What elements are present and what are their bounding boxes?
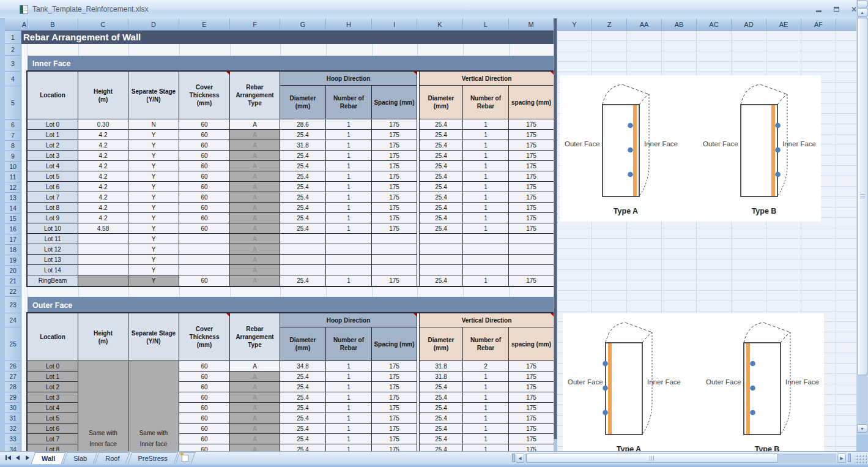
cell-height[interactable]: 4.2 xyxy=(78,203,128,213)
cell-hoop-value[interactable]: 1 xyxy=(326,213,372,223)
cell-vertical-value[interactable]: 175 xyxy=(509,140,554,151)
cell-vertical-value[interactable] xyxy=(509,234,554,244)
cell-vertical-value[interactable]: 1 xyxy=(463,382,509,392)
cell-rebar-type[interactable]: A xyxy=(230,119,280,130)
vertical-sub-header[interactable]: Diameter (mm) xyxy=(420,327,463,361)
row-header-29[interactable]: 29 xyxy=(5,392,21,403)
row-header-13[interactable]: 13 xyxy=(5,193,21,203)
cell-hoop-value[interactable]: 175 xyxy=(372,444,417,451)
cell-hoop-value[interactable]: 25.4 xyxy=(280,434,326,444)
row-header-5[interactable]: 5 xyxy=(5,86,21,120)
vertical-scroll-track[interactable] xyxy=(857,17,867,424)
column-header-AD[interactable]: AD xyxy=(732,18,766,30)
cell-hoop-value[interactable] xyxy=(326,265,372,275)
cell-hoop-value[interactable]: 1 xyxy=(326,182,372,192)
cell-vertical-value[interactable]: 1 xyxy=(463,119,509,130)
cell-rebar-type[interactable]: A xyxy=(230,192,280,203)
row-header-34[interactable]: 34 xyxy=(5,444,21,451)
cell-vertical-value[interactable]: 1 xyxy=(463,372,509,382)
cell-separate-stage[interactable]: Y xyxy=(128,203,179,213)
cell-hoop-value[interactable]: 25.4 xyxy=(280,151,326,161)
column-header-K[interactable]: K xyxy=(417,18,463,30)
cell-vertical-value[interactable]: 175 xyxy=(509,192,554,203)
cell-vertical-value[interactable] xyxy=(420,244,463,255)
cell-separate-stage[interactable]: Y xyxy=(128,213,179,223)
cell-vertical-value[interactable]: 25.4 xyxy=(420,140,463,151)
column-header-separate-stage[interactable]: Separate Stage (Y/N) xyxy=(128,313,179,361)
cell-cover-thickness[interactable]: 60 xyxy=(179,392,230,403)
cell-location[interactable]: RingBeam xyxy=(28,275,78,286)
cell-vertical-value[interactable] xyxy=(509,244,554,255)
next-sheet-button[interactable] xyxy=(23,454,32,462)
column-header-F[interactable]: F xyxy=(230,18,280,30)
cell-hoop-value[interactable] xyxy=(326,255,372,265)
cell-separate-stage[interactable]: Y xyxy=(128,151,179,161)
cell-location[interactable]: Lot 8 xyxy=(28,203,78,213)
tab-split-handle[interactable] xyxy=(512,454,515,462)
cell-hoop-value[interactable]: 1 xyxy=(326,171,372,182)
cell-hoop-value[interactable]: 1 xyxy=(326,413,372,424)
cell-location[interactable]: Lot 4 xyxy=(28,161,78,171)
cell-rebar-type[interactable]: A xyxy=(230,203,280,213)
cell-hoop-value[interactable]: 25.4 xyxy=(280,444,326,451)
cell-vertical-value[interactable]: 25.4 xyxy=(420,161,463,171)
cell-height[interactable] xyxy=(78,244,128,255)
cell-vertical-value[interactable]: 175 xyxy=(509,130,554,140)
column-header-location[interactable]: Location xyxy=(28,72,78,119)
cell-hoop-value[interactable]: 1 xyxy=(326,161,372,171)
column-header-AB[interactable]: AB xyxy=(662,18,697,30)
cell-hoop-value[interactable]: 175 xyxy=(372,119,417,130)
cell-cover-thickness[interactable] xyxy=(179,255,230,265)
vertical-scroll-thumb[interactable] xyxy=(857,18,867,375)
cell-vertical-value[interactable]: 175 xyxy=(509,203,554,213)
cell-cover-thickness[interactable] xyxy=(179,265,230,275)
cell-height[interactable]: 4.2 xyxy=(78,130,128,140)
cell-location[interactable]: Lot 0 xyxy=(28,361,78,372)
cell-hoop-value[interactable]: 175 xyxy=(372,161,417,171)
cell-vertical-value[interactable]: 25.4 xyxy=(420,213,463,223)
hoop-sub-header[interactable]: Spacing (mm) xyxy=(372,327,417,361)
row-header-4[interactable]: 4 xyxy=(5,72,21,86)
cell-rebar-type[interactable]: A xyxy=(230,161,280,171)
column-header-AF[interactable]: AF xyxy=(801,18,836,30)
column-header-location[interactable]: Location xyxy=(28,313,78,361)
row-header-18[interactable]: 18 xyxy=(5,245,21,255)
column-header-AE[interactable]: AE xyxy=(766,18,801,30)
vertical-sub-header[interactable]: Number of Rebar xyxy=(463,86,509,119)
cell-vertical-value[interactable]: 25.4 xyxy=(420,171,463,182)
row-header-19[interactable]: 19 xyxy=(5,255,21,266)
cell-vertical-value[interactable]: 1 xyxy=(463,275,509,286)
cell-hoop-value[interactable]: 175 xyxy=(372,382,417,392)
vertical-sub-header[interactable]: spacing (mm) xyxy=(509,86,554,119)
cell-rebar-type[interactable]: A xyxy=(230,403,280,413)
cell-vertical-value[interactable]: 175 xyxy=(509,424,554,434)
vertical-sub-header[interactable]: spacing (mm) xyxy=(509,327,554,361)
cell-cover-thickness[interactable]: 60 xyxy=(179,203,230,213)
cell-location[interactable]: Lot 11 xyxy=(28,234,78,244)
cell-hoop-value[interactable]: 175 xyxy=(372,130,417,140)
cell-vertical-value[interactable]: 2 xyxy=(463,361,509,372)
row-header-8[interactable]: 8 xyxy=(5,141,21,151)
cell-location[interactable]: Lot 5 xyxy=(28,171,78,182)
cell-vertical-value[interactable]: 1 xyxy=(463,223,509,234)
cell-vertical-value[interactable]: 175 xyxy=(509,382,554,392)
cell-hoop-value[interactable] xyxy=(280,265,326,275)
cell-vertical-value[interactable]: 25.4 xyxy=(420,119,463,130)
cell-hoop-value[interactable]: 1 xyxy=(326,372,372,382)
cell-location[interactable]: Lot 6 xyxy=(28,182,78,192)
separate-stage-merged-cell[interactable]: Same with Inner face xyxy=(128,361,179,451)
cell-hoop-value[interactable]: 25.4 xyxy=(280,171,326,182)
cell-vertical-value[interactable]: 25.4 xyxy=(420,392,463,403)
cell-vertical-value[interactable]: 1 xyxy=(463,203,509,213)
cell-location[interactable]: Lot 7 xyxy=(28,192,78,203)
cell-vertical-value[interactable]: 1 xyxy=(463,213,509,223)
row-header-7[interactable]: 7 xyxy=(5,130,21,141)
cell-cover-thickness[interactable]: 60 xyxy=(179,382,230,392)
cell-rebar-type[interactable]: A xyxy=(230,361,280,372)
cell-height[interactable]: 4.2 xyxy=(78,171,128,182)
cell-height[interactable]: 4.2 xyxy=(78,161,128,171)
cell-vertical-value[interactable]: 1 xyxy=(463,161,509,171)
cell-height[interactable]: 4.2 xyxy=(78,192,128,203)
vertical-direction-header[interactable]: Vertical Direction xyxy=(420,72,554,86)
cell-rebar-type[interactable]: A xyxy=(230,213,280,223)
